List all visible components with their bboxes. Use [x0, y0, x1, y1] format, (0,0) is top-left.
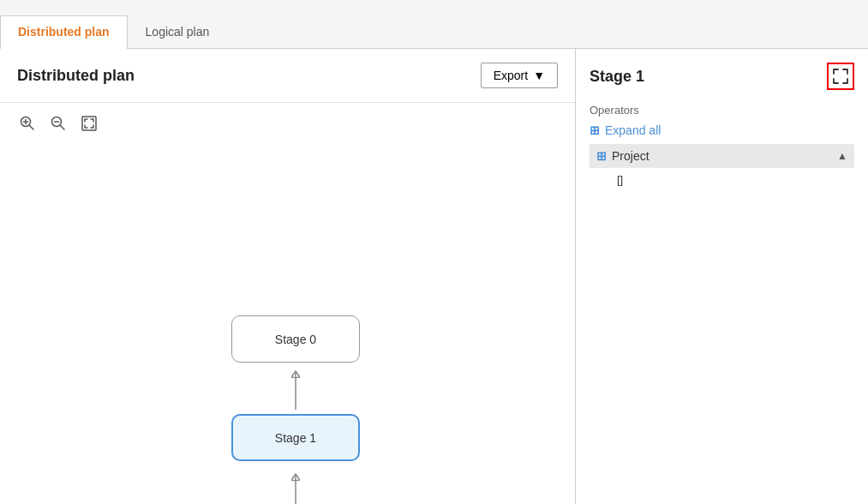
svg-line-5 — [61, 126, 65, 130]
expand-all-link[interactable]: Expand all — [605, 123, 661, 137]
stage-node-0[interactable]: Stage 0 — [231, 315, 360, 363]
operators-label: Operators — [590, 104, 854, 117]
diagram-area: Stage 0 Stage 1 Stage 2 — [0, 144, 575, 504]
left-header: Distributed plan Export ▼ — [0, 49, 575, 103]
right-panel: Stage 1 Operators ⊞ Expand all ⊞ Project… — [576, 49, 868, 504]
chevron-up-icon[interactable]: ▲ — [837, 150, 847, 162]
left-panel: Distributed plan Export ▼ — [0, 49, 576, 504]
fullscreen-button[interactable] — [827, 63, 854, 90]
zoom-out-icon[interactable] — [48, 113, 69, 134]
export-button[interactable]: Export ▼ — [481, 63, 558, 88]
project-expand-icon[interactable]: ⊞ — [596, 149, 607, 163]
tab-logical[interactable]: Logical plan — [128, 15, 228, 49]
diagram-toolbar — [0, 103, 575, 144]
fit-to-window-icon[interactable] — [79, 113, 99, 134]
brackets-row: [] — [590, 170, 854, 189]
dropdown-arrow-icon: ▼ — [533, 69, 545, 82]
svg-line-1 — [30, 126, 34, 130]
tabs-bar: Distributed plan Logical plan — [0, 0, 868, 49]
expand-all-row: ⊞ Expand all — [590, 123, 854, 137]
right-header: Stage 1 — [590, 63, 854, 90]
stage-node-1[interactable]: Stage 1 — [231, 414, 360, 461]
left-panel-title: Distributed plan — [17, 67, 135, 85]
expand-all-icon[interactable]: ⊞ — [590, 123, 600, 137]
fullscreen-icon — [833, 69, 848, 84]
project-label: Project — [612, 149, 832, 163]
main-content: Distributed plan Export ▼ — [0, 49, 868, 504]
right-panel-title: Stage 1 — [590, 68, 644, 86]
svg-rect-7 — [82, 117, 96, 130]
zoom-in-icon[interactable] — [17, 113, 38, 134]
project-row[interactable]: ⊞ Project ▲ — [590, 144, 854, 168]
tab-distributed[interactable]: Distributed plan — [0, 15, 128, 49]
